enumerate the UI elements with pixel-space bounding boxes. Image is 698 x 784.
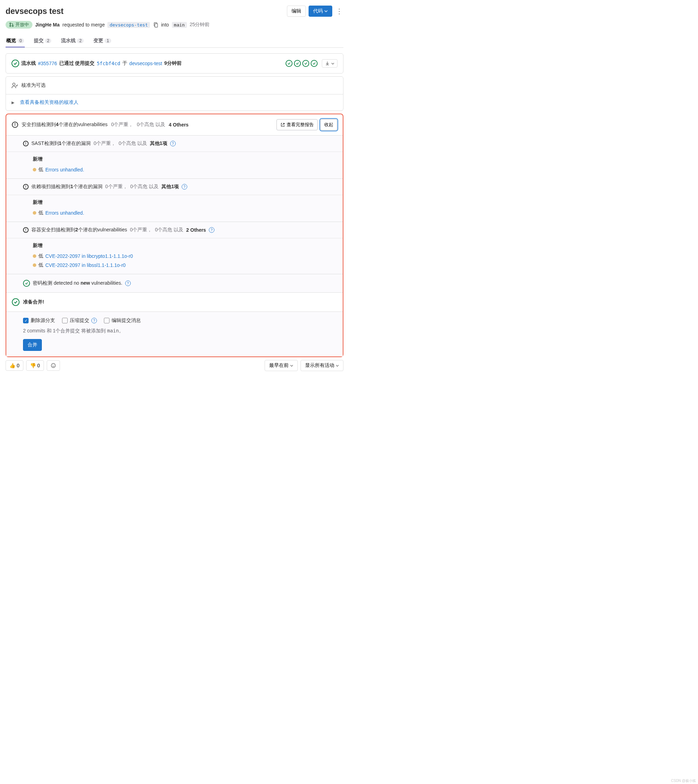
chevron-down-icon [290,364,293,367]
warning-icon: ! [12,122,18,128]
thumbs-up-count: 0 [17,363,20,368]
edit-button[interactable]: 编辑 [287,6,306,17]
secret-detection-row: 密码检测 detected no new vulnerabilities. ? [6,274,343,292]
severity-dot-low [33,264,36,267]
svg-point-0 [10,23,11,25]
svg-point-7 [52,365,53,366]
chevron-down-icon [324,10,328,13]
dep-summary: 依赖项扫描检测到1个潜在的漏洞 [31,184,102,190]
finding-link[interactable]: Errors unhandled. [45,167,84,173]
help-icon[interactable]: ? [91,318,97,323]
stage-status-icon[interactable] [294,60,301,67]
secret-detection-text: 密码检测 detected no new vulnerabilities. [33,280,122,287]
finding-link[interactable]: CVE-2022-2097 in libssl1.1-1.1.1o-r0 [45,262,125,268]
code-dropdown-button[interactable]: 代码 [309,6,332,17]
delete-source-checkbox[interactable]: ✓ 删除源分支 [23,318,55,324]
stage-status-icon[interactable] [311,60,318,67]
help-icon[interactable]: ? [182,184,187,189]
squash-label: 压缩提交 [70,318,89,324]
tab-pipelines-count: 2 [77,38,84,43]
edit-commit-message-checkbox[interactable]: 编辑提交消息 [104,318,141,324]
sast-section: ! SAST检测到1个潜在的漏洞 0个严重， 0个高危 以及 其他1项 ? 新增… [6,135,343,178]
approval-expander[interactable]: ▶ 查看具备相关资格的核准人 [6,94,343,110]
chevron-down-icon [331,62,334,65]
finding-item: 低 Errors unhandled. [33,208,337,217]
full-report-button[interactable]: 查看完整报告 [277,119,318,130]
svg-point-2 [12,25,13,27]
pipeline-time: 9分钟前 [164,60,182,67]
dep-high: 0个高危 以及 [130,184,159,190]
source-branch[interactable]: devsecops-test [107,22,150,28]
container-summary: 容器安全扫描检测到2个潜在的vulnerabilities [31,227,127,233]
open-status-badge: 开放中 [6,21,32,28]
delete-source-label: 删除源分支 [31,318,55,324]
security-others: 4 Others [169,122,189,127]
merge-request-icon [9,22,14,27]
container-new-label: 新增 [33,242,337,249]
activity-filter-dropdown[interactable]: 显示所有活动 [300,360,343,371]
pipeline-prefix: 流水线 [21,60,36,67]
collapse-button[interactable]: 收起 [320,119,337,130]
author-name[interactable]: JingHe Ma [35,22,59,28]
sort-dropdown[interactable]: 最早在前 [265,360,298,371]
severity-label: 低 [38,210,43,216]
help-icon[interactable]: ? [170,141,176,147]
finding-link[interactable]: CVE-2022-2097 in libcrypto1.1-1.1.1o-r0 [45,253,133,259]
mr-tabs: 概览0 提交2 流水线2 变更1 [6,34,343,48]
finding-item: 低 Errors unhandled. [33,165,337,174]
merge-button[interactable]: 合并 [23,339,42,351]
download-artifacts-button[interactable] [322,59,338,68]
finding-link[interactable]: Errors unhandled. [45,210,84,216]
help-icon[interactable]: ? [125,280,131,286]
target-branch[interactable]: main [172,22,187,28]
mr-meta: 开放中 JingHe Ma requested to merge devseco… [6,21,343,28]
checkbox-icon [104,318,109,323]
sast-others: 其他1项 [150,140,167,147]
tab-changes[interactable]: 变更1 [93,34,112,48]
tab-commits[interactable]: 提交2 [33,34,52,48]
thumbs-up-button[interactable]: 👍 0 [6,360,23,371]
commit-sha-link[interactable]: 5fcbf4cd [97,61,120,66]
add-reaction-button[interactable] [47,360,60,371]
sast-summary: SAST检测到1个潜在的漏洞 [31,140,91,147]
open-status-text: 开放中 [15,21,29,28]
tab-overview[interactable]: 概览0 [6,34,25,48]
sort-label: 最早在前 [269,362,289,369]
svg-point-5 [13,83,15,86]
thumbs-down-button[interactable]: 👎 0 [26,360,44,371]
copy-branch-icon[interactable] [153,22,158,28]
pipeline-on-text: 于 [122,60,127,67]
severity-dot-low [33,211,36,215]
pipeline-status-icon [12,59,19,67]
svg-point-6 [51,364,55,367]
severity-label: 低 [38,262,43,268]
container-section: ! 容器安全扫描检测到2个潜在的vulnerabilities 0个严重， 0个… [6,222,343,274]
success-icon [23,280,30,287]
more-actions-button[interactable]: ⋮ [335,7,343,15]
container-critical: 0个严重， [130,227,152,233]
approver-icon [12,82,18,89]
tab-pipelines[interactable]: 流水线2 [60,34,84,48]
dependency-section: ! 依赖项扫描检测到1个潜在的漏洞 0个严重， 0个高危 以及 其他1项 ? 新… [6,178,343,222]
external-link-icon [281,122,285,127]
approval-optional-text: 核准为可选 [21,82,46,89]
approval-widget: 核准为可选 ▶ 查看具备相关资格的核准人 [6,76,343,111]
dep-others: 其他1项 [162,184,179,190]
view-approvers-link[interactable]: 查看具备相关资格的核准人 [20,99,78,105]
pipeline-id-link[interactable]: #355776 [38,61,57,66]
help-icon[interactable]: ? [209,227,215,233]
stage-status-icon[interactable] [285,60,292,67]
tab-overview-count: 0 [17,38,24,43]
merge-options: ✓ 删除源分支 压缩提交 ? 编辑提交消息 2 commits 和 1个合并提交… [6,311,343,356]
pipeline-branch-link[interactable]: devsecops-test [129,61,162,66]
sast-new-label: 新增 [33,156,337,162]
warning-icon: ! [23,141,29,147]
thumbs-down-count: 0 [37,363,40,368]
stage-status-icon[interactable] [302,60,309,67]
tab-changes-label: 变更 [94,38,103,44]
dep-critical: 0个严重， [105,184,128,190]
severity-dot-low [33,168,36,171]
download-icon [325,61,330,66]
code-button-label: 代码 [313,8,323,14]
squash-checkbox[interactable]: 压缩提交 ? [62,318,97,324]
